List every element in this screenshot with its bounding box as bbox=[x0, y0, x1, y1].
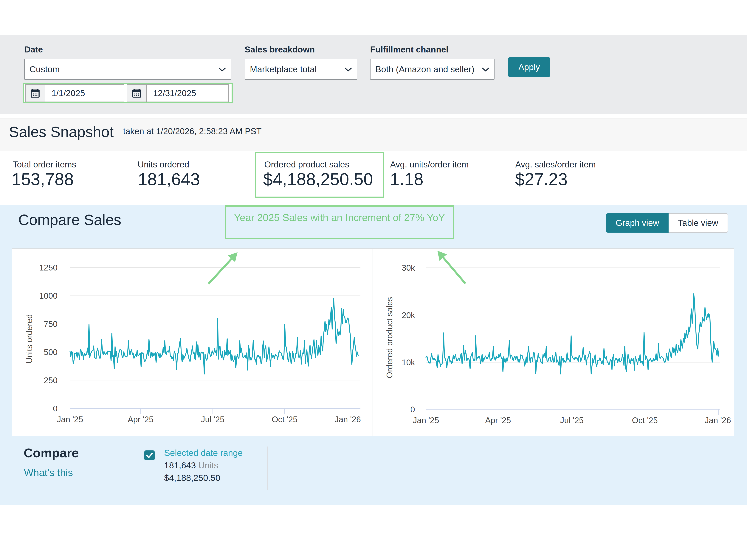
svg-text:Jul '25: Jul '25 bbox=[560, 416, 584, 425]
svg-text:Oct '25: Oct '25 bbox=[632, 416, 658, 425]
svg-text:Units ordered: Units ordered bbox=[25, 314, 34, 364]
svg-text:1250: 1250 bbox=[39, 263, 57, 272]
svg-text:Jan '26: Jan '26 bbox=[705, 416, 731, 425]
svg-text:30k: 30k bbox=[402, 263, 415, 272]
svg-text:Ordered product sales: Ordered product sales bbox=[385, 297, 394, 378]
svg-text:Apr '25: Apr '25 bbox=[128, 415, 154, 424]
svg-text:20k: 20k bbox=[402, 311, 415, 320]
svg-text:250: 250 bbox=[44, 376, 57, 385]
svg-text:Apr '25: Apr '25 bbox=[485, 416, 511, 425]
svg-text:Jan '26: Jan '26 bbox=[335, 415, 361, 424]
svg-text:Jan '25: Jan '25 bbox=[413, 416, 439, 425]
svg-text:Oct '25: Oct '25 bbox=[272, 415, 298, 424]
svg-text:0: 0 bbox=[53, 404, 57, 413]
svg-text:750: 750 bbox=[44, 319, 57, 328]
svg-text:10k: 10k bbox=[402, 358, 415, 367]
svg-text:1000: 1000 bbox=[39, 291, 57, 300]
svg-text:Jul '25: Jul '25 bbox=[201, 415, 225, 424]
svg-text:500: 500 bbox=[44, 348, 57, 357]
svg-text:0: 0 bbox=[410, 405, 415, 414]
svg-text:Jan '25: Jan '25 bbox=[57, 415, 83, 424]
